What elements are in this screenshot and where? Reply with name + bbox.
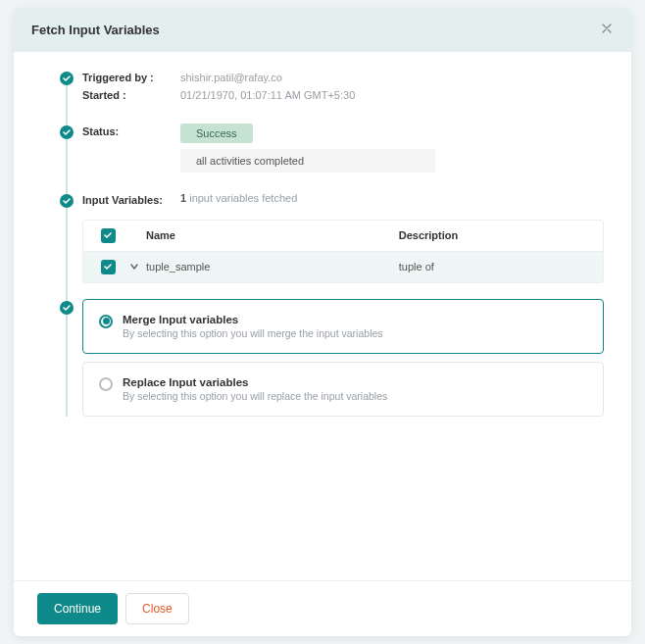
- status-message: all activities completed: [180, 149, 435, 173]
- option-merge[interactable]: Merge Input variables By selecting this …: [82, 299, 604, 354]
- timeline: Triggered by : shishir.patil@rafay.co St…: [61, 70, 604, 417]
- step-triggered: Triggered by : shishir.patil@rafay.co St…: [61, 70, 604, 104]
- row-name: tuple_sample: [146, 261, 399, 272]
- close-button[interactable]: Close: [125, 593, 189, 624]
- options-panel: Merge Input variables By selecting this …: [82, 299, 604, 417]
- status-label: Status:: [82, 124, 180, 141]
- column-description: Description: [399, 229, 593, 241]
- fetch-input-variables-modal: Fetch Input Variables Triggered by : shi…: [14, 8, 631, 636]
- check-icon: [60, 125, 74, 139]
- modal-header: Fetch Input Variables: [14, 8, 631, 52]
- table-header: Name Description: [83, 221, 603, 252]
- option-replace[interactable]: Replace Input variables By selecting thi…: [82, 362, 604, 417]
- table-row[interactable]: tuple_sample tuple of: [83, 252, 603, 282]
- option-replace-title: Replace Input variables: [123, 376, 387, 388]
- close-icon[interactable]: [600, 22, 614, 38]
- started-label: Started :: [82, 87, 180, 105]
- column-name: Name: [146, 229, 399, 241]
- option-merge-desc: By selecting this option you will merge …: [123, 327, 383, 339]
- fetched-count-text: input variables fetched: [189, 192, 297, 204]
- triggered-by-value: shishir.patil@rafay.co: [180, 70, 282, 87]
- modal-footer: Continue Close: [14, 580, 631, 636]
- variables-table: Name Description: [82, 220, 604, 283]
- triggered-by-label: Triggered by :: [82, 70, 180, 87]
- row-description: tuple of: [399, 261, 593, 272]
- modal-title: Fetch Input Variables: [31, 23, 160, 37]
- fetched-count-number: 1: [180, 192, 186, 204]
- check-icon: [60, 301, 74, 315]
- input-variables-label: Input Variables:: [82, 192, 180, 210]
- radio-replace[interactable]: [99, 377, 113, 391]
- check-icon: [60, 194, 74, 208]
- step-input-variables: Input Variables: 1 input variables fetch…: [61, 192, 604, 283]
- status-badge: Success: [180, 124, 253, 143]
- option-replace-desc: By selecting this option you will replac…: [123, 390, 387, 402]
- select-all-checkbox[interactable]: [101, 228, 116, 243]
- started-value: 01/21/1970, 01:07:11 AM GMT+5:30: [180, 87, 355, 105]
- modal-body: Triggered by : shishir.patil@rafay.co St…: [14, 52, 631, 580]
- option-merge-title: Merge Input variables: [123, 314, 383, 325]
- radio-merge[interactable]: [99, 315, 113, 328]
- fetched-count: 1 input variables fetched: [180, 192, 297, 204]
- step-options: Merge Input variables By selecting this …: [61, 299, 604, 417]
- step-status: Status: Success all activities completed: [61, 124, 604, 173]
- chevron-down-icon[interactable]: [123, 262, 146, 272]
- row-checkbox[interactable]: [101, 260, 116, 274]
- continue-button[interactable]: Continue: [37, 593, 118, 624]
- check-icon: [60, 72, 74, 85]
